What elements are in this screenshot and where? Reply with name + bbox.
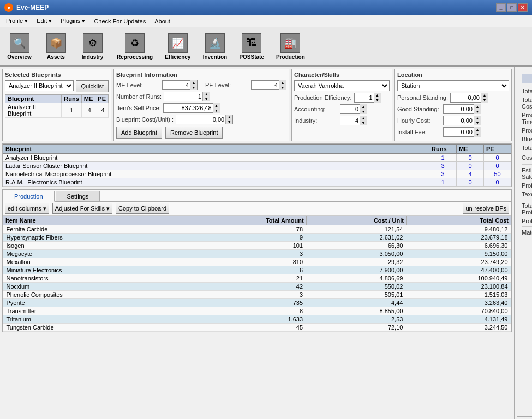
- industry-input[interactable]: [340, 116, 360, 125]
- tab-production[interactable]: Production: [3, 191, 55, 202]
- industry-spinner[interactable]: ▲ ▼: [340, 116, 367, 125]
- personal-standing-spinner[interactable]: ▲ ▼: [450, 93, 488, 103]
- hourly-cost-spinner[interactable]: ▲ ▼: [443, 116, 481, 125]
- prod-cost-unit: 66,30: [306, 242, 406, 250]
- character-dropdown[interactable]: Vaerah Vahrokha: [294, 80, 390, 91]
- prod-efficiency-spinner[interactable]: ▲ ▼: [354, 93, 381, 103]
- adjusted-skills-btn[interactable]: Adjusted For Skills ▾: [52, 203, 112, 214]
- pe-skill-down[interactable]: ▼: [374, 98, 381, 103]
- runs-up-btn[interactable]: ▲: [203, 92, 210, 97]
- if-up[interactable]: ▲: [474, 127, 481, 132]
- me-level-input[interactable]: [163, 81, 190, 89]
- personal-standing-input[interactable]: [451, 93, 481, 102]
- pe-level-spinner[interactable]: ▲ ▼: [251, 80, 286, 90]
- ps-up[interactable]: ▲: [481, 93, 488, 98]
- bplist-name: Nanoelectrical Microprocessor Blueprint: [3, 170, 429, 178]
- hc-down[interactable]: ▼: [474, 121, 481, 125]
- toolbar-reprocessing[interactable]: ♻ Reprocessing: [114, 32, 156, 62]
- menu-edit[interactable]: Edit ▾: [33, 16, 56, 26]
- invention-icon: 🔬: [205, 33, 225, 53]
- toolbar-production[interactable]: 🏭 Production: [273, 32, 308, 62]
- toolbar-assets[interactable]: 📦 Assets: [41, 32, 71, 62]
- menu-profile[interactable]: Profile ▾: [2, 16, 32, 26]
- sell-price-spinner[interactable]: ▲ ▼: [163, 103, 220, 113]
- quicklist-button[interactable]: Quicklist: [76, 80, 109, 92]
- bpcost-down-btn[interactable]: ▼: [226, 119, 232, 124]
- pe-skill-up[interactable]: ▲: [374, 93, 381, 98]
- tab-settings[interactable]: Settings: [56, 191, 100, 201]
- menu-check-updates[interactable]: Check For Updates: [90, 17, 150, 26]
- bplist-pe: 50: [484, 170, 511, 178]
- prod-amount: 3: [183, 250, 306, 258]
- ind-down[interactable]: ▼: [360, 121, 367, 125]
- hourly-cost-input[interactable]: [444, 116, 474, 125]
- blueprint-dropdown[interactable]: Analyzer II Blueprint: [5, 80, 74, 91]
- prod-amount: 1.633: [183, 315, 306, 324]
- prod-amount: 810: [183, 258, 306, 266]
- assets-label: Assets: [47, 54, 65, 60]
- install-fee-spinner[interactable]: ▲ ▼: [443, 127, 481, 137]
- profit-label: Profit: [522, 182, 532, 189]
- num-runs-input[interactable]: [164, 92, 202, 101]
- pe-level-input[interactable]: [252, 81, 279, 89]
- add-blueprint-button[interactable]: Add Blueprint: [116, 127, 162, 139]
- toolbar-overview[interactable]: 🔍 Overview: [4, 32, 34, 62]
- prod-table-row: Miniature Electronics 6 7.900,00 47.400,…: [3, 266, 511, 274]
- remove-blueprint-button[interactable]: Remove Blueprint: [165, 127, 223, 139]
- prod-table-row: Fernite Carbide 78 121,54 9.480,12: [3, 225, 511, 234]
- ind-up[interactable]: ▲: [360, 116, 367, 121]
- if-down[interactable]: ▼: [474, 132, 481, 137]
- menu-plugins[interactable]: Plugins ▾: [57, 16, 89, 26]
- sell-up-btn[interactable]: ▲: [213, 103, 220, 108]
- bp-cost-spinner[interactable]: ▲ ▼: [176, 115, 233, 124]
- acc-up[interactable]: ▲: [360, 104, 367, 109]
- close-btn[interactable]: ✕: [518, 3, 528, 12]
- hc-up[interactable]: ▲: [474, 116, 481, 121]
- good-standing-input[interactable]: [444, 105, 474, 113]
- unresolve-bps-btn[interactable]: un-resolve BPs: [463, 203, 509, 214]
- prod-col-cost-unit: Cost / Unit: [306, 216, 406, 225]
- prod-item-name: Fernite Carbide: [3, 225, 183, 234]
- toolbar-posstate[interactable]: 🏗 POSState: [236, 32, 267, 62]
- me-level-spinner[interactable]: ▲ ▼: [162, 80, 198, 90]
- ps-down[interactable]: ▼: [481, 98, 488, 103]
- bpcost-up-btn[interactable]: ▲: [226, 115, 232, 119]
- gs-down[interactable]: ▼: [474, 109, 481, 114]
- install-fee-input[interactable]: [444, 128, 474, 136]
- pe-up-btn[interactable]: ▲: [279, 80, 286, 85]
- menu-about[interactable]: About: [151, 17, 174, 26]
- bp-list-row[interactable]: Nanoelectrical Microprocessor Blueprint …: [3, 170, 511, 178]
- num-runs-spinner[interactable]: ▲ ▼: [164, 92, 210, 101]
- good-standing-spinner[interactable]: ▲ ▼: [443, 104, 481, 114]
- blueprint-list-section: Blueprint Runs ME PE Analyzer I Blueprin…: [2, 143, 512, 187]
- toolbar: 🔍 Overview 📦 Assets ⚙ Industry ♻ Reproce…: [0, 27, 532, 67]
- window-controls[interactable]: _ □ ✕: [496, 3, 528, 12]
- prod-efficiency-input[interactable]: [355, 93, 374, 102]
- me-up-btn[interactable]: ▲: [190, 80, 197, 85]
- gs-up[interactable]: ▲: [474, 104, 481, 109]
- accounting-input[interactable]: [340, 105, 360, 113]
- pe-down-btn[interactable]: ▼: [279, 85, 286, 90]
- runs-cell: 1: [62, 103, 82, 118]
- minimize-btn[interactable]: _: [496, 3, 506, 12]
- acc-down[interactable]: ▼: [360, 109, 367, 114]
- sell-down-btn[interactable]: ▼: [213, 108, 220, 113]
- install-fee-label: Install Fee:: [397, 129, 441, 135]
- runs-down-btn[interactable]: ▼: [203, 97, 210, 101]
- toolbar-efficiency[interactable]: 📈 Efficiency: [162, 32, 193, 62]
- accounting-spinner[interactable]: ▲ ▼: [340, 104, 367, 114]
- bp-cost-input[interactable]: [176, 115, 225, 124]
- total-profit-label: Total Profit:: [522, 202, 532, 216]
- copy-clipboard-btn[interactable]: Copy to Clipboard: [116, 203, 169, 214]
- maximize-btn[interactable]: □: [507, 3, 517, 12]
- prod-cost-unit: 4,44: [306, 299, 406, 307]
- bp-list-row[interactable]: Ladar Sensor Cluster Blueprint 3 0 0: [3, 162, 511, 170]
- toolbar-invention[interactable]: 🔬 Invention: [200, 32, 230, 62]
- location-dropdown[interactable]: Station: [397, 80, 509, 91]
- toolbar-industry[interactable]: ⚙ Industry: [77, 32, 107, 62]
- bp-list-row[interactable]: Analyzer I Blueprint 1 0 0: [3, 154, 511, 162]
- edit-columns-btn[interactable]: edit columns ▾: [5, 203, 49, 214]
- bp-list-row[interactable]: R.A.M.- Electronics Blueprint 1 0 0: [3, 178, 511, 187]
- me-down-btn[interactable]: ▼: [190, 85, 197, 90]
- sell-price-input[interactable]: [164, 104, 213, 112]
